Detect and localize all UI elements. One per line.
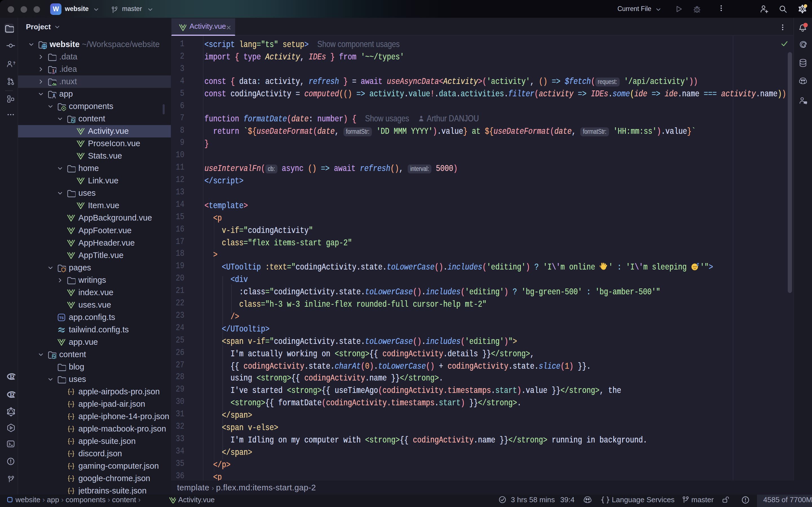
svg-text:R: R [10, 373, 15, 381]
svg-text:TS: TS [59, 316, 63, 320]
svg-text:R: R [10, 391, 15, 399]
svg-text:?: ? [13, 61, 15, 65]
